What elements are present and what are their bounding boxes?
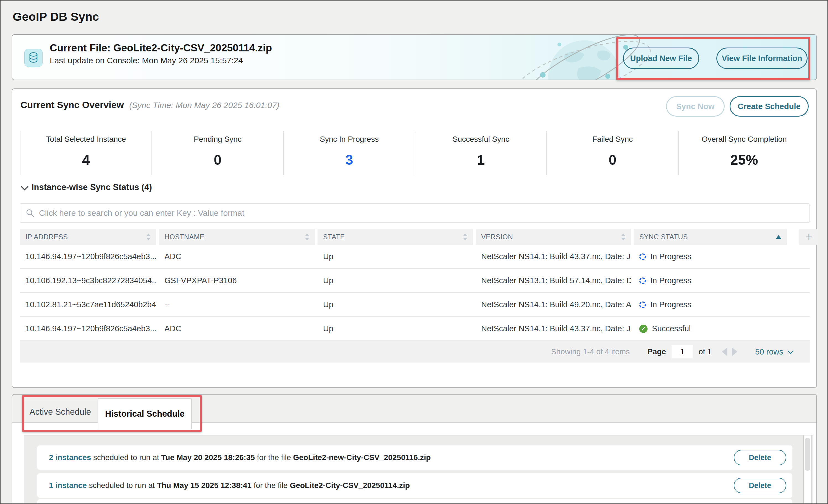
cell-hostname: GSI-VPXPAT-P3106 (159, 276, 315, 285)
cell-version: NetScaler NS14.1: Build 43.37.nc, Date: … (475, 252, 631, 261)
schedule-row: 2 instances scheduled to run at Tue May … (37, 446, 792, 470)
schedule-text-middle: scheduled to run at (89, 481, 155, 490)
cell-state: Up (318, 252, 473, 261)
instance-sync-status-toggle[interactable]: Instance-wise Sync Status (4) (21, 182, 152, 192)
previous-page-icon[interactable] (722, 347, 728, 356)
schedule-time: Thu May 15 2025 12:38:41 (157, 481, 251, 490)
cell-ip-address: 10.102.81.21~53c7ae11d65240b2b4... (20, 300, 156, 309)
sync-status-label: In Progress (650, 252, 691, 261)
geoip-db-sync-page: GeoIP DB Sync Current File: GeoLite2-Cit… (0, 0, 828, 504)
next-page-icon[interactable] (732, 347, 737, 356)
column-header[interactable]: IP ADDRESS (20, 229, 156, 245)
table-header-row: IP ADDRESS HOSTNAME STATE VERSIO (20, 229, 810, 245)
delete-button[interactable]: Delete (734, 450, 786, 465)
stat-label: Overall Sync Completion (679, 135, 810, 144)
sort-icon (776, 235, 781, 239)
table-row[interactable]: 10.106.192.13~9c3bc82272834054... GSI-VP… (20, 269, 810, 293)
current-sync-overview-card: Current Sync Overview (Sync Time: Mon Ma… (12, 88, 817, 388)
schedule-file: GeoLite2-City-CSV_20250114.zip (290, 481, 410, 490)
schedule-tabs: Active Schedule Historical Schedule (12, 394, 816, 423)
column-header[interactable]: STATE (318, 229, 473, 245)
stat-label: Pending Sync (152, 135, 283, 144)
view-file-information-button[interactable]: View File Information (716, 47, 808, 69)
cell-hostname: ADC (159, 252, 315, 261)
sync-status-icon (639, 301, 646, 308)
stat-value: 3 (284, 152, 415, 168)
sync-status-label: In Progress (650, 300, 691, 309)
sort-icon (146, 234, 151, 240)
schedule-time: Tue May 20 2025 18:26:35 (161, 453, 255, 462)
table-row[interactable]: 10.146.94.197~120b9f826c5a4eb3... ADC Up… (20, 245, 810, 269)
sync-status-icon (639, 325, 648, 333)
cell-sync-status: Successful (634, 324, 787, 333)
stat-value: 1 (415, 152, 546, 168)
instance-sync-status-title: Instance-wise Sync Status (4) (32, 182, 152, 192)
instance-table: IP ADDRESS HOSTNAME STATE VERSIO (20, 229, 810, 341)
schedule-tab[interactable]: Historical Schedule (98, 398, 192, 429)
delete-button[interactable]: Delete (734, 478, 786, 493)
schedule-list: 2 instances scheduled to run at Tue May … (37, 446, 792, 501)
cell-hostname: ADC (159, 324, 315, 333)
page-number-input[interactable] (672, 345, 693, 359)
historical-schedule-panel: 2 instances scheduled to run at Tue May … (24, 435, 813, 504)
scrollbar-thumb[interactable] (805, 438, 810, 471)
column-header[interactable]: SYNC STATUS (634, 229, 787, 245)
cell-version: NetScaler NS14.1: Build 43.37.nc, Date: … (475, 324, 631, 333)
schedule-file: GeoLite2-new-City-CSV_20250116.zip (293, 453, 431, 462)
instances-link[interactable]: 2 instances (49, 453, 91, 462)
stat-item: Overall Sync Completion 25% (678, 131, 810, 175)
stat-value: 4 (20, 152, 152, 168)
schedule-row: 1 instance scheduled to run at Thu May 1… (37, 473, 792, 498)
column-header[interactable]: HOSTNAME (159, 229, 315, 245)
scrollbar[interactable] (803, 435, 812, 504)
cell-version: NetScaler NS14.1: Build 49.20.nc, Date: … (475, 300, 631, 309)
table-row[interactable]: 10.102.81.21~53c7ae11d65240b2b4... -- Up… (20, 293, 810, 317)
rows-per-page-dropdown[interactable]: 50 rows (755, 347, 792, 356)
stat-value: 25% (679, 152, 810, 168)
overview-title: Current Sync Overview (20, 99, 124, 110)
page-of-text: of 1 (699, 347, 712, 356)
column-header-label: VERSION (481, 233, 513, 241)
schedule-text-for: for the file (257, 453, 291, 462)
stat-item: Total Selected Instance 4 (20, 131, 152, 175)
schedule-row-partial (37, 499, 792, 504)
search-input[interactable] (39, 208, 804, 218)
schedule-tab-label: Active Schedule (30, 407, 91, 417)
schedule-tab-label: Historical Schedule (105, 409, 184, 419)
cell-hostname: -- (159, 300, 315, 309)
cell-state: Up (318, 276, 473, 285)
schedule-text-for: for the file (254, 481, 288, 490)
sort-icon (305, 234, 309, 240)
schedule-tab[interactable]: Active Schedule (23, 401, 98, 423)
column-header-label: SYNC STATUS (639, 233, 688, 241)
stat-label: Sync In Progress (284, 135, 415, 144)
sort-icon (621, 234, 625, 240)
add-column-button[interactable] (799, 229, 818, 245)
stat-item: Failed Sync 0 (546, 131, 678, 175)
column-header[interactable]: VERSION (475, 229, 631, 245)
cell-state: Up (318, 324, 473, 333)
search-icon (26, 209, 35, 217)
instances-link[interactable]: 1 instance (49, 481, 87, 490)
sync-time-text: (Sync Time: Mon May 26 2025 16:01:07) (129, 100, 279, 110)
upload-new-file-button[interactable]: Upload New File (623, 47, 699, 69)
schedule-text: 1 instance scheduled to run at Thu May 1… (49, 481, 410, 490)
cell-version: NetScaler NS13.1: Build 57.14.nc, Date: … (475, 276, 631, 285)
table-row[interactable]: 10.146.94.197~120b9f826c5a4eb3... ADC Up… (20, 317, 810, 341)
sync-status-icon (639, 253, 646, 260)
column-header-label: STATE (323, 233, 345, 241)
overview-header: Current Sync Overview (Sync Time: Mon Ma… (20, 99, 279, 110)
sync-stats-row: Total Selected Instance 4 Pending Sync 0… (20, 131, 810, 175)
schedules-card: Active Schedule Historical Schedule 2 in… (12, 394, 817, 504)
create-schedule-button[interactable]: Create Schedule (730, 96, 809, 117)
showing-items-text: Showing 1-4 of 4 items (551, 347, 630, 356)
column-header-label: IP ADDRESS (26, 233, 68, 241)
stat-label: Successful Sync (415, 135, 546, 144)
page-title: GeoIP DB Sync (13, 10, 99, 24)
sync-status-label: Successful (652, 324, 691, 333)
sync-now-button[interactable]: Sync Now (666, 96, 724, 117)
chevron-down-icon (788, 348, 794, 354)
current-file-info: Current File: GeoLite2-City-CSV_20250114… (50, 41, 272, 66)
stat-value: 0 (152, 152, 283, 168)
column-header-label: HOSTNAME (164, 233, 205, 241)
